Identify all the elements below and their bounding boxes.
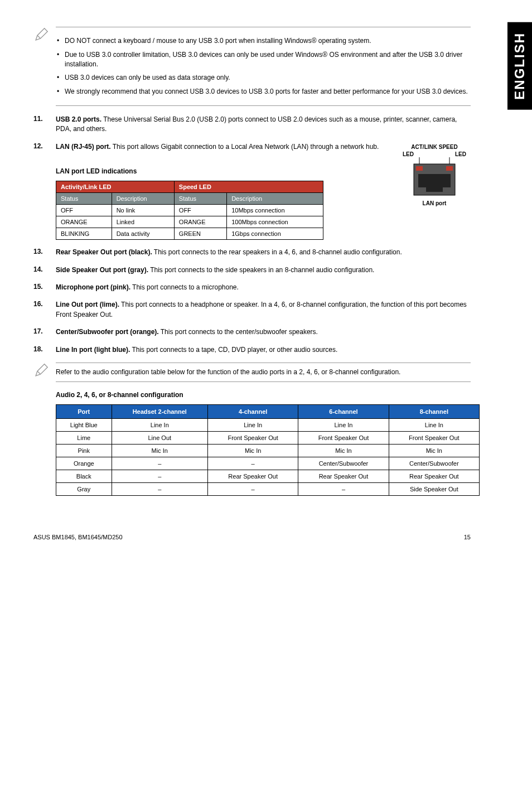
diagram-label: LED — [403, 151, 414, 157]
table-cell: Line Out — [112, 431, 207, 444]
note-block-audio: Refer to the audio configuration table b… — [33, 363, 499, 382]
item-title: Side Speaker Out port (gray). — [56, 266, 148, 274]
table-header: 6-channel — [298, 404, 389, 418]
svg-rect-5 — [418, 174, 451, 187]
table-cell: Front Speaker Out — [298, 431, 389, 444]
page-footer: ASUS BM1845, BM1645/MD250 15 — [33, 529, 499, 540]
svg-rect-4 — [446, 166, 453, 171]
table-cell: Rear Speaker Out — [298, 470, 389, 482]
item-text: This port connects to the center/subwoof… — [159, 328, 318, 336]
table-cell: Data activity — [112, 228, 174, 240]
item-number: 12. — [33, 142, 56, 152]
table-cell: Center/Subwoofer — [389, 457, 479, 470]
item-text: This port connects to a microphone. — [130, 283, 239, 291]
lan-led-table: Activity/Link LED Speed LED Status Descr… — [56, 181, 323, 240]
item-number: 14. — [33, 265, 56, 275]
item-text: These Universal Serial Bus 2.0 (USB 2.0)… — [56, 115, 457, 133]
table-cell: Lime — [56, 431, 112, 444]
note-item: Due to USB 3.0 controller limitation, US… — [56, 50, 471, 69]
footer-page-number: 15 — [464, 534, 471, 540]
diagram-label: ACT/LINK — [411, 144, 437, 150]
table-cell: Rear Speaker Out — [208, 470, 298, 482]
item-title: Line Out port (lime). — [56, 301, 119, 308]
table-subheader: Status — [56, 193, 112, 205]
pencil-icon — [33, 27, 56, 44]
table-cell: Orange — [56, 457, 112, 470]
diagram-label: LAN port — [398, 200, 471, 206]
note-item: DO NOT connect a keyboard / mouse to any… — [56, 36, 471, 46]
table-cell: OFF — [56, 205, 112, 216]
table-cell: Front Speaker Out — [208, 431, 298, 444]
table-header: Activity/Link LED — [56, 181, 175, 193]
lan-led-heading: LAN port LED indications — [56, 167, 398, 175]
table-cell: Mic In — [389, 444, 479, 457]
table-cell: Light Blue — [56, 418, 112, 431]
item-number: 16. — [33, 300, 56, 320]
table-header: Speed LED — [174, 181, 323, 193]
item-title: Rear Speaker Out port (black). — [56, 248, 152, 256]
item-number: 11. — [33, 115, 56, 134]
table-cell: 100Mbps connection — [227, 216, 323, 228]
table-cell: ORANGE — [174, 216, 226, 228]
table-subheader: Description — [112, 193, 174, 205]
table-cell: Line In — [208, 418, 298, 431]
table-cell: No link — [112, 205, 174, 216]
list-item-11: 11. USB 2.0 ports. These Universal Seria… — [33, 115, 499, 134]
table-cell: ORANGE — [56, 216, 112, 228]
table-cell: Rear Speaker Out — [389, 470, 479, 482]
table-cell: GREEN — [174, 228, 226, 240]
item-number: 13. — [33, 248, 56, 257]
item-text: This port connects to the side speakers … — [148, 266, 374, 274]
table-cell: BLINKING — [56, 228, 112, 240]
item-text: This port connects to the rear speakers … — [152, 248, 402, 256]
list-item-13: 13. Rear Speaker Out port (black). This … — [33, 248, 499, 257]
table-cell: – — [112, 457, 207, 470]
table-cell: Line In — [298, 418, 389, 431]
table-subheader: Status — [174, 193, 226, 205]
lan-port-diagram: ACT/LINK SPEED LEDLED LAN port — [398, 144, 471, 206]
table-cell: Mic In — [298, 444, 389, 457]
pencil-icon — [33, 363, 56, 380]
item-title: Line In port (light blue). — [56, 346, 130, 354]
list-item-16: 16. Line Out port (lime). This port conn… — [33, 300, 499, 320]
note-item: USB 3.0 devices can only be used as data… — [56, 73, 471, 83]
item-title: USB 2.0 ports. — [56, 115, 101, 123]
side-tab: ENGLISH — [507, 22, 532, 110]
list-item-14: 14. Side Speaker Out port (gray). This p… — [33, 265, 499, 275]
table-cell: – — [112, 482, 207, 495]
table-cell: Mic In — [208, 444, 298, 457]
table-cell: Center/Subwoofer — [298, 457, 389, 470]
table-cell: – — [208, 482, 298, 495]
item-title: Center/Subwoofer port (orange). — [56, 328, 159, 336]
table-subheader: Description — [227, 193, 323, 205]
table-cell: Mic In — [112, 444, 207, 457]
list-item-15: 15. Microphone port (pink). This port co… — [33, 283, 499, 292]
table-cell: – — [112, 470, 207, 482]
table-cell: Line In — [112, 418, 207, 431]
table-cell: Gray — [56, 482, 112, 495]
table-header: 8-channel — [389, 404, 479, 418]
note-text: Refer to the audio configuration table b… — [56, 363, 471, 382]
table-cell: – — [208, 457, 298, 470]
diagram-label: LED — [455, 151, 466, 157]
item-number: 15. — [33, 283, 56, 292]
item-title: Microphone port (pink). — [56, 283, 130, 291]
audio-config-heading: Audio 2, 4, 6, or 8-channel configuratio… — [56, 391, 499, 399]
list-item-18: 18. Line In port (light blue). This port… — [33, 345, 499, 355]
item-text: This port allows Gigabit connection to a… — [111, 143, 379, 151]
note-block-usb: DO NOT connect a keyboard / mouse to any… — [33, 27, 499, 106]
svg-rect-6 — [426, 187, 443, 192]
table-cell: 10Mbps connection — [227, 205, 323, 216]
table-cell: Front Speaker Out — [389, 431, 479, 444]
table-cell: Side Speaker Out — [389, 482, 479, 495]
table-cell: OFF — [174, 205, 226, 216]
item-number: 18. — [33, 345, 56, 355]
note-item: We strongly recommend that you connect U… — [56, 87, 471, 96]
table-cell: – — [298, 482, 389, 495]
table-cell: Linked — [112, 216, 174, 228]
table-cell: Pink — [56, 444, 112, 457]
table-header: 4-channel — [208, 404, 298, 418]
table-header: Port — [56, 404, 112, 418]
list-item-17: 17. Center/Subwoofer port (orange). This… — [33, 327, 499, 337]
svg-rect-3 — [416, 166, 423, 171]
